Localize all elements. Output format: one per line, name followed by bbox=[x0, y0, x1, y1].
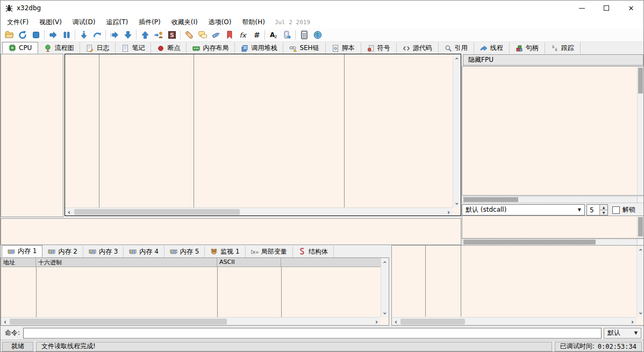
menu-file[interactable]: 文件(F) bbox=[2, 17, 34, 28]
scrollbar-thumb[interactable] bbox=[638, 68, 643, 94]
assemble-text-button[interactable]: Az bbox=[267, 29, 280, 41]
scroll-left-arrow[interactable]: ‹ bbox=[65, 208, 73, 216]
pause-button[interactable] bbox=[60, 29, 73, 41]
scroll-up-arrow[interactable]: ‹ bbox=[381, 258, 389, 266]
unlock-checkbox[interactable] bbox=[612, 206, 620, 214]
disassembly-pane[interactable]: ‹ › ‹ › bbox=[65, 54, 461, 216]
menu-favourites[interactable]: 收藏夹(I) bbox=[166, 17, 203, 28]
tab-breakpoints[interactable]: 断点 bbox=[151, 42, 187, 54]
tab-source[interactable]: 源代码 bbox=[397, 42, 439, 54]
command-input[interactable] bbox=[23, 328, 602, 339]
tab-trace[interactable]: 跟踪 bbox=[545, 42, 581, 54]
spinner-up-button[interactable]: ▲ bbox=[600, 205, 607, 210]
menu-view[interactable]: 视图(V) bbox=[34, 17, 67, 28]
comments-button[interactable] bbox=[196, 29, 209, 41]
arguments-pane[interactable] bbox=[462, 215, 644, 239]
tab-notes[interactable]: 笔记 bbox=[116, 42, 151, 54]
scrollbar-thumb[interactable] bbox=[638, 217, 643, 236]
scrollbar-thumb[interactable] bbox=[463, 240, 596, 245]
scroll-down-arrow[interactable]: › bbox=[453, 199, 461, 207]
tab-dump-3[interactable]: 内存 3 bbox=[83, 246, 124, 257]
tab-dump-2[interactable]: 内存 2 bbox=[42, 246, 83, 257]
tab-locals[interactable]: [x=]局部变量 bbox=[246, 246, 293, 257]
scrollbar-thumb[interactable] bbox=[74, 209, 240, 215]
tab-log[interactable]: 日志 bbox=[80, 42, 116, 54]
memory-vscrollbar[interactable]: ‹ › bbox=[381, 258, 389, 317]
spinner-down-button[interactable]: ▼ bbox=[600, 210, 607, 215]
command-profile-select[interactable]: 默认 ▼ bbox=[604, 328, 641, 339]
column-header-extra[interactable] bbox=[281, 258, 381, 267]
scroll-left-arrow[interactable]: ‹ bbox=[1, 318, 9, 326]
menu-plugins[interactable]: 插件(P) bbox=[133, 17, 166, 28]
registers-hscrollbar[interactable] bbox=[462, 196, 644, 203]
column-header-hex[interactable]: 十六进制 bbox=[36, 258, 217, 267]
step-into-button[interactable] bbox=[77, 29, 90, 41]
scrollbar-thumb[interactable] bbox=[10, 319, 227, 325]
skip-step-button[interactable] bbox=[121, 29, 134, 41]
column-header-address[interactable]: 地址 bbox=[1, 258, 36, 267]
tab-symbols[interactable]: 符号 bbox=[361, 42, 397, 54]
calculator-button[interactable] bbox=[297, 29, 311, 41]
scroll-up-arrow[interactable]: ‹ bbox=[453, 54, 461, 62]
argument-count-spinner[interactable]: 5 ▲ ▼ bbox=[586, 204, 608, 215]
scroll-right-arrow[interactable]: › bbox=[445, 208, 453, 216]
disassembly-hscrollbar[interactable]: ‹ › bbox=[65, 207, 453, 215]
tab-script[interactable]: 脚本 bbox=[326, 42, 361, 54]
stack-vscrollbar[interactable]: ‹ › bbox=[636, 246, 644, 317]
menu-debug[interactable]: 调试(D) bbox=[67, 17, 101, 28]
close-debuggee-button[interactable] bbox=[29, 29, 42, 41]
hide-fpu-button[interactable]: 隐藏FPU bbox=[463, 54, 643, 66]
tab-handles[interactable]: 句柄 bbox=[510, 42, 545, 54]
memory-table-body[interactable] bbox=[1, 267, 381, 317]
tab-struct[interactable]: 结构体 bbox=[293, 246, 334, 257]
tab-dump-1[interactable]: 内存 1 bbox=[2, 245, 42, 257]
maximize-button[interactable] bbox=[594, 1, 619, 16]
run-button[interactable] bbox=[46, 29, 60, 41]
stack-hscrollbar[interactable]: ‹ › bbox=[392, 317, 636, 325]
execute-till-return-button[interactable] bbox=[108, 29, 121, 41]
tab-seh[interactable]: SEH链 bbox=[283, 42, 325, 54]
stack-pane[interactable]: ‹ › ‹ › bbox=[391, 245, 644, 326]
info-box[interactable] bbox=[1, 218, 461, 245]
patch-button[interactable] bbox=[182, 29, 196, 41]
run-to-user-code-button[interactable] bbox=[152, 29, 165, 41]
disassembly-vscrollbar[interactable]: ‹ › bbox=[453, 54, 461, 207]
scroll-down-arrow[interactable]: › bbox=[381, 309, 389, 317]
tab-memory-map[interactable]: 内存布局 bbox=[187, 42, 235, 54]
scroll-right-arrow[interactable]: › bbox=[373, 318, 381, 326]
tab-cpu[interactable]: CPU bbox=[2, 42, 38, 54]
seh-chain-button[interactable]: S bbox=[165, 29, 178, 41]
step-over-button[interactable] bbox=[90, 29, 104, 41]
calling-convention-select[interactable]: 默认 (stdcall) ▼ bbox=[462, 204, 585, 215]
registers-vscrollbar[interactable] bbox=[637, 67, 644, 195]
tab-dump-5[interactable]: 内存 5 bbox=[164, 246, 205, 257]
hash-button[interactable]: # bbox=[249, 29, 263, 41]
scroll-up-arrow[interactable]: ‹ bbox=[637, 246, 644, 254]
scrollbar-thumb[interactable] bbox=[400, 319, 465, 325]
tab-dump-4[interactable]: 内存 4 bbox=[124, 246, 164, 257]
menu-help[interactable]: 帮助(H) bbox=[237, 17, 270, 28]
tab-watch-1[interactable]: 监视 1 bbox=[205, 246, 245, 257]
scroll-right-arrow[interactable]: › bbox=[628, 318, 636, 326]
registers-pane[interactable] bbox=[462, 66, 644, 196]
minimize-button[interactable] bbox=[569, 1, 594, 16]
memory-hscrollbar[interactable]: ‹ › bbox=[1, 317, 381, 325]
functions-button[interactable]: fx bbox=[236, 29, 249, 41]
scroll-left-arrow[interactable]: ‹ bbox=[392, 318, 400, 326]
tab-threads[interactable]: 线程 bbox=[474, 42, 510, 54]
cpu-side-pane[interactable] bbox=[1, 54, 63, 217]
menu-trace[interactable]: 追踪(T) bbox=[101, 17, 133, 28]
tab-call-stack[interactable]: 调用堆栈 bbox=[235, 42, 283, 54]
globe-button[interactable] bbox=[311, 29, 324, 41]
menu-options[interactable]: 选项(O) bbox=[203, 17, 237, 28]
memory-dump-pane[interactable]: 地址 十六进制 ASCII ‹ › ‹ › bbox=[1, 257, 389, 326]
scroll-down-arrow[interactable]: › bbox=[637, 309, 644, 317]
column-header-ascii[interactable]: ASCII bbox=[217, 258, 281, 267]
tab-graph[interactable]: 流程图 bbox=[38, 42, 80, 54]
open-file-button[interactable] bbox=[2, 29, 16, 41]
tab-references[interactable]: 引用 bbox=[439, 42, 474, 54]
arguments-vscrollbar[interactable] bbox=[637, 216, 644, 238]
step-out-button[interactable] bbox=[138, 29, 152, 41]
close-button[interactable]: ✕ bbox=[619, 1, 643, 16]
modules-button[interactable] bbox=[280, 29, 294, 41]
